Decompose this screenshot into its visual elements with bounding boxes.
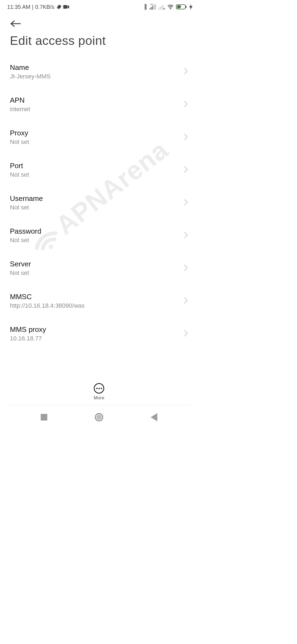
setting-label: Server	[10, 260, 180, 268]
signal-4g-label: 4G	[150, 3, 153, 6]
bolt-icon	[189, 4, 193, 10]
back-button[interactable]	[10, 18, 21, 34]
setting-label: Username	[10, 194, 180, 203]
setting-value: Jt-Jersey-MMS	[10, 73, 180, 80]
setting-value: internet	[10, 106, 180, 113]
page-header: Edit access point	[0, 14, 198, 56]
svg-rect-8	[161, 6, 162, 10]
gear-icon	[56, 4, 62, 10]
setting-row-proxy[interactable]: Proxy Not set	[10, 121, 188, 154]
setting-label: APN	[10, 96, 180, 105]
square-icon	[41, 414, 47, 421]
setting-row-password[interactable]: Password Not set	[10, 219, 188, 252]
setting-label: Proxy	[10, 129, 180, 137]
more-label: More	[94, 395, 105, 401]
page-title: Edit access point	[10, 34, 188, 56]
status-bar-right: 4G 38	[143, 4, 193, 10]
status-separator: |	[32, 4, 34, 10]
chevron-right-icon	[184, 199, 188, 207]
status-bar: 11:35 AM | 0.7KB/s 4G 38	[0, 0, 198, 14]
chevron-right-icon	[184, 264, 188, 272]
more-icon	[94, 383, 104, 394]
battery-icon: 38	[176, 4, 187, 10]
setting-row-port[interactable]: Port Not set	[10, 154, 188, 187]
setting-value: Not set	[10, 237, 180, 244]
svg-rect-3	[152, 6, 153, 10]
setting-label: MMS proxy	[10, 325, 180, 334]
chevron-right-icon	[184, 166, 188, 174]
signal-4g-icon: 4G	[150, 4, 156, 10]
svg-rect-9	[163, 5, 163, 10]
setting-row-name[interactable]: Name Jt-Jersey-MMS	[10, 56, 188, 88]
svg-point-10	[170, 9, 171, 9]
camera-icon	[63, 5, 69, 9]
setting-value: Not set	[10, 138, 180, 146]
status-bar-left: 11:35 AM | 0.7KB/s	[7, 4, 69, 10]
svg-rect-0	[63, 5, 67, 9]
chevron-right-icon	[184, 100, 188, 109]
chevron-right-icon	[184, 133, 188, 141]
battery-pct: 38	[178, 5, 181, 8]
setting-value: 10.16.18.77	[10, 335, 180, 342]
chevron-right-icon	[184, 297, 188, 305]
circle-icon	[95, 413, 103, 421]
arrow-left-icon	[10, 20, 21, 29]
setting-label: MMSC	[10, 293, 180, 301]
svg-rect-5	[155, 4, 156, 10]
setting-value: http://10.16.18.4:38090/was	[10, 302, 180, 309]
svg-rect-7	[160, 7, 161, 10]
svg-rect-4	[154, 5, 155, 10]
triangle-left-icon	[151, 413, 157, 421]
status-net-speed: 0.7KB/s	[35, 4, 54, 10]
status-time: 11:35 AM	[7, 4, 31, 10]
setting-row-username[interactable]: Username Not set	[10, 187, 188, 219]
svg-rect-6	[158, 8, 159, 10]
setting-value: Not set	[10, 204, 180, 211]
nav-recents-button[interactable]	[38, 412, 50, 423]
chevron-right-icon	[184, 68, 188, 76]
setting-row-mmsc[interactable]: MMSC http://10.16.18.4:38090/was	[10, 285, 188, 318]
svg-rect-12	[186, 6, 186, 8]
svg-rect-1	[150, 8, 150, 10]
chevron-right-icon	[184, 330, 188, 338]
chevron-right-icon	[184, 231, 188, 240]
setting-value: Not set	[10, 269, 180, 277]
system-nav-bar	[0, 405, 198, 429]
more-button[interactable]: More	[87, 383, 111, 401]
signal-nosim-icon	[158, 4, 165, 10]
bluetooth-icon	[143, 4, 147, 10]
setting-row-server[interactable]: Server Not set	[10, 252, 188, 285]
nav-back-button[interactable]	[148, 412, 160, 423]
wifi-icon	[167, 4, 174, 10]
setting-value: Not set	[10, 171, 180, 178]
nav-home-button[interactable]	[94, 412, 105, 423]
setting-label: Password	[10, 227, 180, 236]
setting-row-mms-proxy[interactable]: MMS proxy 10.16.18.77	[10, 318, 188, 350]
settings-list: Name Jt-Jersey-MMS APN internet Proxy No…	[0, 56, 198, 402]
svg-rect-2	[151, 7, 152, 10]
setting-row-apn[interactable]: APN internet	[10, 88, 188, 121]
setting-label: Name	[10, 63, 180, 72]
setting-label: Port	[10, 162, 180, 170]
